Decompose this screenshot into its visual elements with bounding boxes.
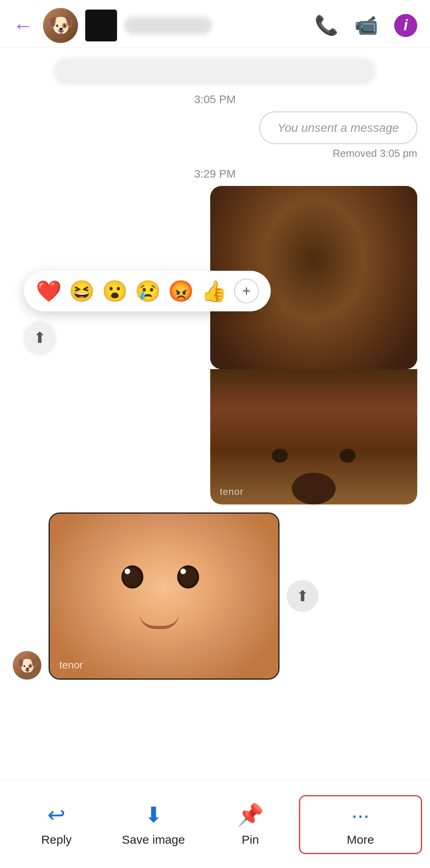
info-icon[interactable]: i	[394, 14, 417, 37]
unsent-message-text: You unsent a message	[259, 111, 417, 144]
monkey-eye-right	[340, 449, 356, 463]
removed-label: Removed 3:05 pm	[13, 147, 417, 160]
share-icon-monkey: ⬆	[33, 329, 46, 346]
reply-action[interactable]: ↩ Reply	[8, 796, 105, 853]
timestamp-1: 3:05 PM	[13, 93, 417, 106]
pin-label: Pin	[242, 833, 259, 846]
more-action[interactable]: ··· More	[299, 795, 422, 854]
bottom-action-bar: ↩ Reply ⬇ Save image 📌 Pin ··· More	[0, 780, 430, 868]
baby-eye-left	[121, 565, 143, 588]
pin-action[interactable]: 📌 Pin	[202, 796, 299, 853]
timestamp-2: 3:29 PM	[13, 168, 417, 180]
back-button[interactable]: ←	[13, 14, 33, 37]
more-icon: ···	[352, 803, 369, 827]
save-image-icon: ⬇	[145, 802, 162, 827]
reaction-heart[interactable]: ❤️	[36, 279, 62, 303]
share-button-baby[interactable]: ⬆	[287, 580, 319, 612]
video-icon[interactable]: 📹	[354, 14, 378, 37]
baby-face	[50, 514, 278, 678]
phone-icon[interactable]: 📞	[315, 14, 338, 37]
contact-avatar[interactable]: 🐶	[43, 8, 78, 43]
share-icon-baby: ⬆	[296, 587, 309, 605]
save-image-label: Save image	[122, 833, 185, 846]
save-image-action[interactable]: ⬇ Save image	[105, 796, 202, 853]
share-button-monkey[interactable]: ⬆	[24, 322, 56, 354]
reply-label: Reply	[41, 833, 72, 846]
contact-name-block	[124, 17, 315, 34]
monkey-gif-bottom: tenor	[210, 369, 417, 504]
contact-name-blur	[124, 17, 212, 34]
unsent-message-bubble: You unsent a message	[13, 111, 417, 144]
reaction-thumbsup[interactable]: 👍	[201, 279, 227, 303]
tenor-label-baby: tenor	[59, 659, 83, 671]
monkey-gif-message[interactable]: tenor	[13, 186, 417, 504]
reaction-bar: ❤️ 😆 😮 😢 😡 👍 +	[24, 271, 271, 311]
monkey-eye-left	[272, 449, 288, 463]
more-label: More	[347, 833, 374, 846]
pin-icon: 📌	[237, 802, 264, 827]
sender-avatar-small: 🐶	[13, 651, 41, 680]
reaction-angry[interactable]: 😡	[168, 279, 194, 303]
chat-area: 3:05 PM You unsent a message Removed 3:0…	[0, 48, 430, 780]
baby-eye-right	[177, 565, 199, 588]
reaction-laugh[interactable]: 😆	[69, 279, 95, 303]
monkey-gif-bubble: tenor	[210, 186, 417, 504]
baby-gif-message: 🐶 tenor ⬆	[13, 512, 417, 680]
header: ← 🐶 📞 📹 i	[0, 0, 430, 48]
black-square-decoration	[85, 10, 117, 41]
blurred-message	[53, 57, 377, 85]
reaction-cry[interactable]: 😢	[135, 279, 161, 303]
header-icons: 📞 📹 i	[315, 14, 417, 37]
reply-icon: ↩	[47, 802, 65, 827]
baby-gif[interactable]: tenor	[49, 512, 280, 680]
reaction-more-button[interactable]: +	[234, 279, 259, 303]
tenor-label-1: tenor	[220, 486, 244, 497]
monkey-nose	[292, 473, 336, 504]
reaction-wow[interactable]: 😮	[102, 279, 128, 303]
